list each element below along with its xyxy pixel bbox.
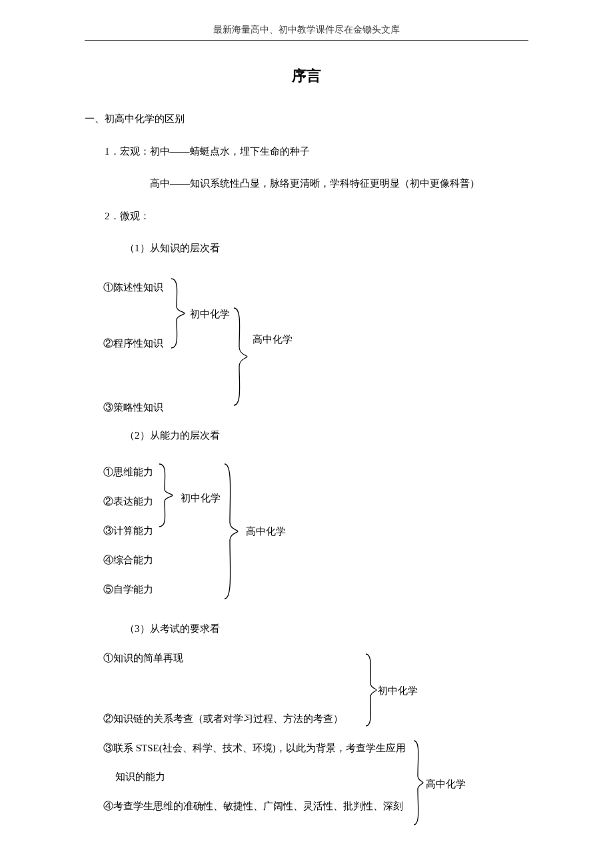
a-item-2: ②表达能力 [85, 487, 153, 516]
header-rule [85, 40, 528, 41]
sub2-heading: （2）从能力的层次看 [85, 428, 528, 443]
k-item-2: ②程序性知识 [85, 327, 163, 360]
a-item-5: ⑤自学能力 [85, 575, 153, 604]
page-header: 最新海量高中、初中教学课件尽在金锄头文库 [0, 0, 613, 41]
ability-block: ①思维能力 ②表达能力 ③计算能力 ④综合能力 ⑤自学能力 初中化学 高中化学 [85, 457, 528, 604]
brace-a-senior [223, 463, 239, 600]
e-item-4: ④考查学生思维的准确性、敏捷性、广阔性、灵活性、批判性、深刻 [85, 798, 528, 815]
e-label-senior: 高中化学 [426, 777, 466, 792]
k-label-junior: 初中化学 [190, 307, 230, 322]
macro-senior: 高中——知识系统性凸显，脉络更清晰，学科特征更明显（初中更像科普） [85, 176, 528, 191]
a-label-senior: 高中化学 [246, 524, 286, 539]
content: 一、初高中化学的区别 1．宏观：初中——蜻蜓点水，埋下生命的种子 高中——知识系… [85, 111, 528, 815]
a-item-3: ③计算能力 [85, 516, 153, 545]
section-heading: 一、初高中化学的区别 [85, 111, 528, 127]
brace-a-junior [158, 463, 174, 528]
e-item-2: ②知识链的关系考查（或者对学习过程、方法的考查） [85, 711, 528, 728]
header-text: 最新海量高中、初中教学课件尽在金锄头文库 [213, 24, 400, 36]
knowledge-block: ①陈述性知识 ②程序性知识 ③策略性知识 初中化学 高中化学 [85, 271, 528, 411]
e-item-3a: ③联系 STSE(社会、科学、技术、环境)，以此为背景，考查学生应用 [85, 740, 528, 757]
sub3-heading: （3）从考试的要求看 [85, 621, 528, 637]
k-item-1: ①陈述性知识 [85, 271, 163, 304]
e-spacer [85, 679, 528, 711]
macro-junior: 初中——蜻蜓点水，埋下生命的种子 [150, 146, 310, 157]
k-label-senior: 高中化学 [253, 332, 293, 347]
sub1-heading: （1）从知识的层次看 [85, 241, 528, 256]
macro-line-1: 1．宏观：初中——蜻蜓点水，埋下生命的种子 [85, 144, 528, 159]
page-title: 序言 [0, 66, 613, 86]
micro-label: 2．微观： [85, 209, 528, 224]
brace-k-senior [233, 307, 249, 407]
e-label-junior: 初中化学 [378, 683, 418, 699]
k-item-3: ③策略性知识 [85, 391, 163, 424]
a-label-junior: 初中化学 [181, 491, 221, 506]
brace-k-junior [170, 277, 186, 349]
e-item-1: ①知识的简单再现 [85, 650, 528, 667]
exam-block: ①知识的简单再现 ②知识链的关系考查（或者对学习过程、方法的考查） ③联系 ST… [85, 650, 528, 815]
a-item-4: ④综合能力 [85, 545, 153, 575]
a-item-1: ①思维能力 [85, 457, 153, 487]
macro-label: 1．宏观： [105, 146, 150, 157]
